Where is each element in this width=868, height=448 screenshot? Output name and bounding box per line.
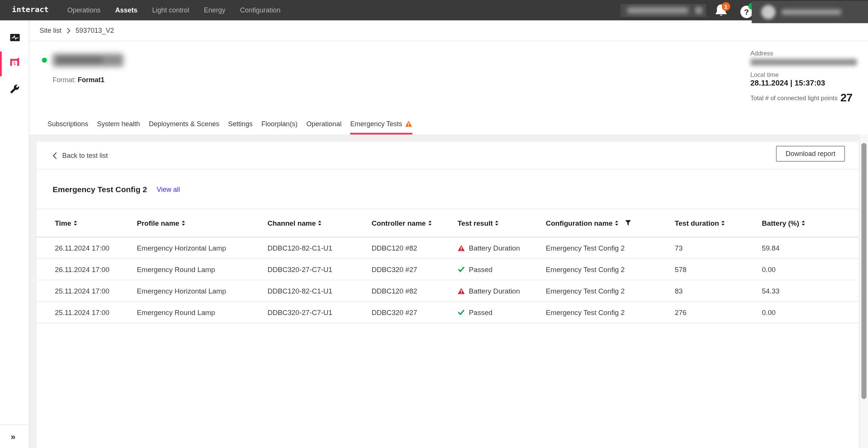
sidebar-item-maintenance[interactable] [0,84,29,94]
tab-label: Deployments & Scenes [149,120,219,128]
tab[interactable]: Deployments & Scenes [149,115,219,135]
tab[interactable]: Emergency Tests [350,115,413,135]
cell-configuration-name: Emergency Test Config 2 [546,244,675,252]
cell-configuration-name: Emergency Test Config 2 [546,265,675,273]
cell-test-duration: 276 [675,308,762,316]
back-label: Back to test list [62,151,108,159]
nav-item[interactable]: Energy [204,6,225,14]
tab-label: Emergency Tests [350,120,402,128]
sort-icon[interactable] [318,220,322,226]
site-format: Format:Format1 [53,76,105,84]
breadcrumb-current: 5937013_V2 [76,27,114,35]
blurred-icon [695,7,703,14]
download-report-button[interactable]: Download report [776,146,845,162]
cell-test-result: Passed [458,308,546,316]
column-header[interactable]: Controller name [372,219,458,227]
column-header[interactable]: Channel name [268,219,372,227]
section-header: Emergency Test Config 2 View all [37,170,859,209]
column-header[interactable]: Test duration [675,219,762,227]
table-row[interactable]: 26.11.2024 17:00 Emergency Horizontal La… [37,237,859,259]
cell-time: 25.11.2024 17:00 [55,308,137,316]
test-result-label: Battery Duration [469,287,520,295]
light-points-label: Total # of connected light points [750,94,837,101]
user-name-blurred [782,10,841,15]
sort-icon[interactable] [182,220,186,226]
cell-battery: 54.33 [762,287,850,295]
cell-profile-name: Emergency Horizontal Lamp [137,287,268,295]
sort-icon[interactable] [495,220,499,226]
sidebar-expand-button[interactable]: » [0,424,29,448]
column-label: Time [55,219,71,227]
breadcrumb: Site list 5937013_V2 [29,20,868,41]
org-selector-blurred[interactable] [621,4,707,17]
tab[interactable]: Subscriptions [48,115,88,135]
tab[interactable]: Settings [228,115,253,135]
sort-icon[interactable] [802,220,805,226]
nav-item-label: Assets [115,6,138,14]
warning-icon [405,121,413,127]
column-header[interactable]: Time [55,219,137,227]
table-row[interactable]: 25.11.2024 17:00 Emergency Round Lamp DD… [37,302,859,323]
cell-test-duration: 73 [675,244,762,252]
view-all-link[interactable]: View all [157,185,180,193]
tab[interactable]: System health [97,115,140,135]
tab-label: System health [97,120,140,128]
tab[interactable]: Floorplan(s) [261,115,298,135]
tab-label: Floorplan(s) [261,120,298,128]
cell-test-duration: 83 [675,287,762,295]
cell-configuration-name: Emergency Test Config 2 [546,287,675,295]
address-label: Address [750,50,857,57]
column-label: Controller name [372,219,426,227]
sort-icon[interactable] [428,220,432,226]
nav-item[interactable]: Assets [115,6,138,14]
column-label: Test duration [675,219,719,227]
scrollbar-thumb[interactable] [861,143,866,399]
light-points: Total # of connected light points27 [750,91,857,104]
sidebar-item-monitoring[interactable] [0,34,29,41]
column-header[interactable]: Configuration name [546,219,675,227]
cell-controller-name: DDBC320 #27 [372,308,458,316]
cell-test-result: Battery Duration [458,244,546,252]
table-row[interactable]: 25.11.2024 17:00 Emergency Horizontal La… [37,280,859,302]
test-result-icon [458,309,465,316]
test-result-label: Passed [469,308,493,316]
filter-icon[interactable] [625,220,631,226]
nav-item-label: Operations [67,6,101,14]
table-body: 26.11.2024 17:00 Emergency Horizontal La… [37,237,859,323]
back-to-test-list-link[interactable]: Back to test list [53,142,108,169]
sort-icon[interactable] [74,220,77,226]
notifications-button[interactable]: 1 [714,3,730,19]
cell-configuration-name: Emergency Test Config 2 [546,308,675,316]
top-navbar: interact OperationsAssetsLight controlEn… [0,0,868,20]
column-header[interactable]: Profile name [137,219,268,227]
cell-test-result: Battery Duration [458,287,546,295]
sort-icon[interactable] [721,220,725,226]
nav-item[interactable]: Light control [152,6,189,14]
app-root: interact OperationsAssetsLight controlEn… [0,0,868,448]
format-value: Format1 [78,76,104,84]
scrollbar[interactable] [860,135,868,448]
nav-item[interactable]: Configuration [240,6,281,14]
brand-logo: interact [12,5,49,14]
cell-battery: 0.00 [762,308,850,316]
cell-channel-name: DDBC120-82-C1-U1 [268,244,372,252]
chevron-right-icon [67,28,71,34]
cell-profile-name: Emergency Round Lamp [137,308,268,316]
sidebar-item-sites[interactable] [0,57,29,67]
expand-icon: » [11,431,16,441]
site-name-blurred [53,54,124,67]
table-row[interactable]: 26.11.2024 17:00 Emergency Round Lamp DD… [37,259,859,280]
column-header[interactable]: Test result [458,219,546,227]
tab-label: Subscriptions [48,120,88,128]
nav-item-label: Light control [152,6,189,14]
sort-icon[interactable] [615,220,619,226]
nav-item[interactable]: Operations [67,6,101,14]
cell-test-duration: 578 [675,265,762,273]
cell-channel-name: DDBC320-27-C7-U1 [268,265,372,273]
user-menu[interactable] [752,1,868,23]
light-points-value: 27 [840,91,853,104]
cell-time: 26.11.2024 17:00 [55,244,137,252]
breadcrumb-site-list[interactable]: Site list [40,27,61,35]
column-header[interactable]: Battery (%) [762,219,850,227]
tab[interactable]: Operational [307,115,342,135]
